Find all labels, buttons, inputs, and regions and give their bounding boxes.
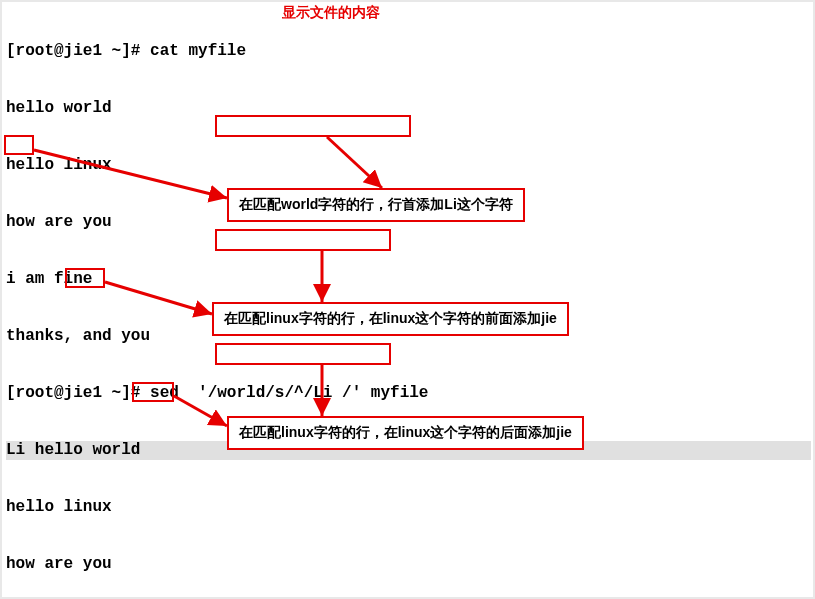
terminal-line: i am fine <box>6 270 809 289</box>
terminal-line: [root@jie1 ~]# cat myfile <box>6 42 809 61</box>
terminal-line: [root@jie1 ~]# sed '/world/s/^/Li /' myf… <box>6 384 809 403</box>
highlight-box-sed-arg-1 <box>215 115 411 137</box>
annotation-box-3: 在匹配linux字符的行，在linux这个字符的后面添加jie <box>227 416 584 450</box>
highlight-box-sed-arg-3 <box>215 343 391 365</box>
terminal-output: [root@jie1 ~]# cat myfile hello world he… <box>2 2 813 599</box>
highlight-box-jie-1 <box>65 268 105 288</box>
annotation-box-1: 在匹配world字符的行，行首添加Li这个字符 <box>227 188 525 222</box>
highlight-box-li <box>4 135 34 155</box>
terminal-line: how are you <box>6 555 809 574</box>
terminal-line: hello linux <box>6 498 809 517</box>
annotation-box-2: 在匹配linux字符的行，在linux这个字符的前面添加jie <box>212 302 569 336</box>
terminal-line: hello linux <box>6 156 809 175</box>
title-annotation: 显示文件的内容 <box>282 4 380 22</box>
highlight-box-jie-2 <box>132 382 174 402</box>
highlight-box-sed-arg-2 <box>215 229 391 251</box>
